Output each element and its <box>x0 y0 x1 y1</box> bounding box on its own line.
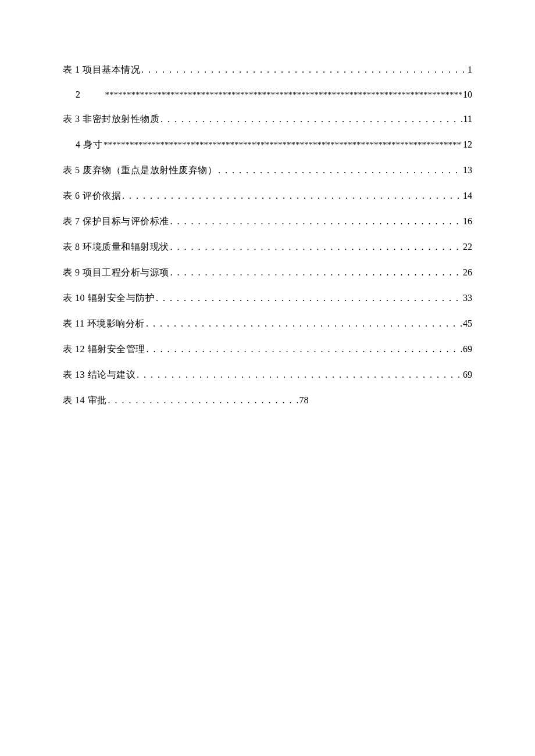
toc-page: 14 <box>463 191 472 201</box>
toc-title: 表 8 环境质量和辐射现状 <box>63 241 169 253</box>
toc-page: 69 <box>463 370 472 380</box>
toc-title: 表 6 评价依据 <box>63 190 121 202</box>
toc-page: 33 <box>463 293 472 303</box>
toc-entry: 表 3 非密封放射性物质 . . . . . . . . . . . . . .… <box>63 113 472 126</box>
toc-entry: 表 8 环境质量和辐射现状 . . . . . . . . . . . . . … <box>63 241 472 253</box>
toc-entry: 表 1 项目基本情况 . . . . . . . . . . . . . . .… <box>63 64 472 76</box>
toc-entry: 4 身寸 ***********************************… <box>63 139 472 151</box>
toc-page: 13 <box>463 165 472 175</box>
toc-leader: . . . . . . . . . . . . . . . . . . . . … <box>218 165 462 175</box>
toc-title: 表 12 辐射安全管理 <box>63 343 145 356</box>
toc-title: 表 5 废弃物（重点是放射性废弃物） <box>63 164 217 177</box>
toc-page: 78 <box>299 395 308 406</box>
toc-entry: 表 13 结论与建议 . . . . . . . . . . . . . . .… <box>63 369 472 381</box>
toc-leader: . . . . . . . . . . . . . . . . . . . . … <box>141 65 466 75</box>
toc-entry: 表 7 保护目标与评价标准 . . . . . . . . . . . . . … <box>63 216 472 228</box>
toc-entry: 表 12 辐射安全管理 . . . . . . . . . . . . . . … <box>63 343 472 356</box>
toc-leader: . . . . . . . . . . . . . . . . . . . . … <box>156 293 462 303</box>
toc-page: 12 <box>463 139 472 150</box>
toc-leader: . . . . . . . . . . . . . . . . . . . . … <box>170 267 462 278</box>
toc-title: 表 10 辐射安全与防护 <box>63 292 155 304</box>
toc-title: 表 1 项目基本情况 <box>63 64 140 76</box>
toc-leader: . . . . . . . . . . . . . . . . . . . . … <box>170 242 462 252</box>
toc-leader: . . . . . . . . . . . . . . . . . . . . … <box>108 395 298 406</box>
toc-leader: . . . . . . . . . . . . . . . . . . . . … <box>137 370 462 380</box>
toc-title: 表 11 环境影响分析 <box>63 318 145 330</box>
toc-title: 表 3 非密封放射性物质 <box>63 113 159 126</box>
toc-leader: . . . . . . . . . . . . . . . . . . . . … <box>147 344 462 354</box>
toc-leader: . . . . . . . . . . . . . . . . . . . . … <box>170 216 462 227</box>
toc-entry: 表 5 废弃物（重点是放射性废弃物） . . . . . . . . . . .… <box>63 164 472 177</box>
toc-title: 表 13 结论与建议 <box>63 369 135 381</box>
toc-page: 1 <box>468 65 472 75</box>
toc-leader: . . . . . . . . . . . . . . . . . . . . … <box>122 191 462 201</box>
toc-entry: 表 11 环境影响分析 . . . . . . . . . . . . . . … <box>63 318 472 330</box>
toc-leader: ****************************************… <box>104 140 462 150</box>
toc-page: 26 <box>463 267 472 278</box>
toc-leader: . . . . . . . . . . . . . . . . . . . . … <box>160 114 462 124</box>
toc-title: 2 <box>76 89 81 100</box>
toc-page: 10 <box>463 89 472 100</box>
toc-entry: 表 6 评价依据 . . . . . . . . . . . . . . . .… <box>63 190 472 202</box>
toc-title: 表 9 项目工程分析与源项 <box>63 267 169 279</box>
table-of-contents: 表 1 项目基本情况 . . . . . . . . . . . . . . .… <box>63 64 472 407</box>
toc-entry: 表 14 审批 . . . . . . . . . . . . . . . . … <box>63 395 308 407</box>
toc-entry: 表 10 辐射安全与防护 . . . . . . . . . . . . . .… <box>63 292 472 304</box>
toc-page: 69 <box>463 344 472 354</box>
toc-page: 22 <box>463 242 472 252</box>
toc-page: 11 <box>463 114 472 124</box>
toc-page: 16 <box>463 216 472 227</box>
toc-leader: . . . . . . . . . . . . . . . . . . . . … <box>146 318 462 329</box>
toc-title: 表 7 保护目标与评价标准 <box>63 216 169 228</box>
toc-entry: 2 **************************************… <box>63 89 472 100</box>
toc-page: 45 <box>463 318 472 329</box>
toc-leader: ****************************************… <box>105 90 462 100</box>
toc-title: 4 身寸 <box>76 139 102 151</box>
toc-title: 表 14 审批 <box>63 395 107 407</box>
toc-entry: 表 9 项目工程分析与源项 . . . . . . . . . . . . . … <box>63 267 472 279</box>
